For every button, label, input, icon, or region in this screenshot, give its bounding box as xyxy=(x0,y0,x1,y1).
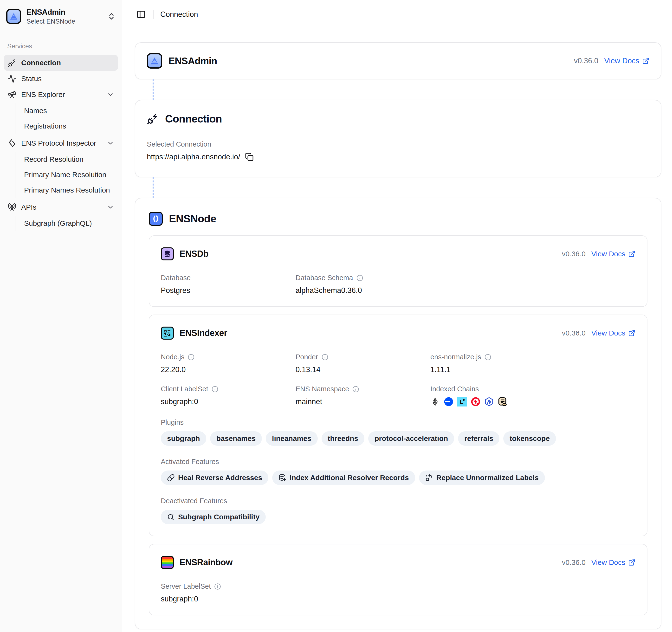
database-icon xyxy=(163,250,171,258)
sidebar-item-ens-explorer[interactable]: ENS Explorer xyxy=(4,87,118,102)
ensadmin-logo xyxy=(6,9,21,24)
ens-namespace-label: ENS Namespace xyxy=(295,385,349,393)
ensindexer-logo xyxy=(161,326,174,340)
view-docs-label: View Docs xyxy=(604,56,639,65)
content: ENSAdmin v0.36.0 View Docs Connection xyxy=(122,29,672,632)
plugin-badge: tokenscope xyxy=(503,431,556,446)
threedns-chain-icon xyxy=(471,397,480,407)
ensdb-card: ENSDb v0.36.0 View Docs Database xyxy=(149,235,647,307)
activated-features-list: Heal Reverse Addresses Index Additional … xyxy=(161,470,635,485)
connection-card-title: Connection xyxy=(165,113,222,125)
sidebar-item-primary-name-resolution[interactable]: Primary Name Resolution xyxy=(16,167,118,183)
database-plus-icon xyxy=(279,474,286,482)
feature-badge: Heal Reverse Addresses xyxy=(161,470,268,485)
sidebar-item-connection[interactable]: Connection xyxy=(4,55,118,71)
sidebar-item-names[interactable]: Names xyxy=(16,103,118,118)
sidebar-item-label: ENS Explorer xyxy=(21,91,65,99)
radio-tower-icon xyxy=(8,203,16,212)
sidebar-item-subgraph-graphql[interactable]: Subgraph (GraphQL) xyxy=(16,216,118,231)
ens-normalize-label: ens-normalize.js xyxy=(430,353,481,361)
ensadmin-triangle-icon xyxy=(9,12,18,21)
ensnode-card: ENSNode ENSDb v0.36.0 xyxy=(135,198,662,629)
ponder-value: 0.13.14 xyxy=(295,365,430,374)
view-docs-label: View Docs xyxy=(591,250,625,258)
database-schema-value: alphaSchema0.36.0 xyxy=(295,286,430,295)
feature-label: Index Additional Resolver Records xyxy=(290,473,409,482)
scroll-chain-icon xyxy=(498,397,507,407)
plugin-badge: lineanames xyxy=(266,431,317,446)
plugin-badge: protocol-acceleration xyxy=(368,431,454,446)
ensadmin-card-logo xyxy=(147,53,162,69)
plugin-badge: referrals xyxy=(458,431,499,446)
nodejs-value: 22.20.0 xyxy=(161,365,295,374)
database-value: Postgres xyxy=(161,286,295,295)
indexed-chains-label: Indexed Chains xyxy=(430,385,635,393)
breadcrumb: Connection xyxy=(160,10,198,19)
sidebar-item-apis[interactable]: APIs xyxy=(4,199,118,215)
sidebar-item-status[interactable]: Status xyxy=(4,71,118,87)
info-icon[interactable] xyxy=(214,583,221,590)
external-link-icon xyxy=(628,250,635,258)
sidebar-item-label: Names xyxy=(24,106,47,115)
ens-normalize-value: 1.11.1 xyxy=(430,365,635,374)
feature-label: Subgraph Compatibility xyxy=(178,513,260,521)
activity-icon xyxy=(8,74,16,83)
sidebar-item-record-resolution[interactable]: Record Resolution xyxy=(16,152,118,167)
app-title: ENSAdmin xyxy=(26,8,75,17)
chevron-down-icon xyxy=(107,203,114,211)
ens-namespace-value: mainnet xyxy=(295,397,430,406)
database-schema-label: Database Schema xyxy=(295,274,353,282)
ensnode-selector[interactable]: ENSAdmin Select ENSNode xyxy=(4,6,118,27)
server-labelset-value: subgraph:0 xyxy=(161,595,295,603)
arbitrum-chain-icon xyxy=(484,397,494,407)
ethereum-chain-icon xyxy=(430,397,440,407)
card-connector-line xyxy=(152,177,153,198)
sidebar-toggle-button[interactable] xyxy=(136,9,146,20)
ensadmin-view-docs-link[interactable]: View Docs xyxy=(604,56,649,65)
sidebar-item-primary-names-resolution[interactable]: Primary Names Resolution xyxy=(16,183,118,198)
pill-icon xyxy=(167,474,175,482)
sidebar-item-label: Status xyxy=(21,75,42,83)
panel-left-icon xyxy=(136,9,146,19)
sidebar-item-label: Subgraph (GraphQL) xyxy=(24,219,92,227)
search-icon xyxy=(167,513,175,521)
deactivated-features-label: Deactivated Features xyxy=(161,497,635,505)
ensdb-view-docs-link[interactable]: View Docs xyxy=(591,250,635,258)
sidebar-item-ens-protocol-inspector[interactable]: ENS Protocol Inspector xyxy=(4,135,118,151)
ensdb-card-title: ENSDb xyxy=(179,249,209,259)
plug-zap-icon xyxy=(8,58,16,67)
topbar-divider xyxy=(153,10,153,19)
ensadmin-card-title: ENSAdmin xyxy=(168,55,217,67)
ensadmin-triangle-icon xyxy=(150,56,159,66)
info-icon[interactable] xyxy=(352,386,359,392)
ensnode-card-title: ENSNode xyxy=(169,213,216,225)
feature-label: Replace Unnormalized Labels xyxy=(436,473,539,482)
info-icon[interactable] xyxy=(357,275,363,281)
info-icon[interactable] xyxy=(188,354,194,361)
ensdb-logo xyxy=(161,247,174,261)
replace-icon xyxy=(425,474,433,482)
sidebar-item-label: Primary Names Resolution xyxy=(24,186,110,194)
ensindexer-view-docs-link[interactable]: View Docs xyxy=(591,329,635,337)
info-icon[interactable] xyxy=(484,354,491,361)
ponder-label: Ponder xyxy=(295,353,318,361)
sidebar-item-registrations[interactable]: Registrations xyxy=(16,118,118,134)
copy-url-button[interactable] xyxy=(245,152,254,161)
sidebar: ENSAdmin Select ENSNode Services Connect… xyxy=(0,0,122,632)
sidebar-item-label: APIs xyxy=(21,203,37,211)
main-area: Connection ENSAdmin v0.36.0 View Docs xyxy=(122,0,672,632)
info-icon[interactable] xyxy=(212,386,218,392)
view-docs-label: View Docs xyxy=(591,329,625,337)
ensadmin-card: ENSAdmin v0.36.0 View Docs xyxy=(135,42,662,79)
ens-explorer-children: Names Registrations xyxy=(15,103,118,134)
sidebar-item-label: ENS Protocol Inspector xyxy=(21,139,96,147)
info-icon[interactable] xyxy=(321,354,328,361)
external-link-icon xyxy=(628,559,635,566)
plugins-list: subgraph basenames lineanames threedns p… xyxy=(161,431,635,446)
client-labelset-label: Client LabelSet xyxy=(161,385,208,393)
sidebar-section-label: Services xyxy=(7,43,118,50)
ensnode-logo xyxy=(149,212,163,226)
ensrainbow-view-docs-link[interactable]: View Docs xyxy=(591,558,635,566)
ensadmin-version: v0.36.0 xyxy=(574,56,598,65)
ensrainbow-logo xyxy=(161,556,174,569)
